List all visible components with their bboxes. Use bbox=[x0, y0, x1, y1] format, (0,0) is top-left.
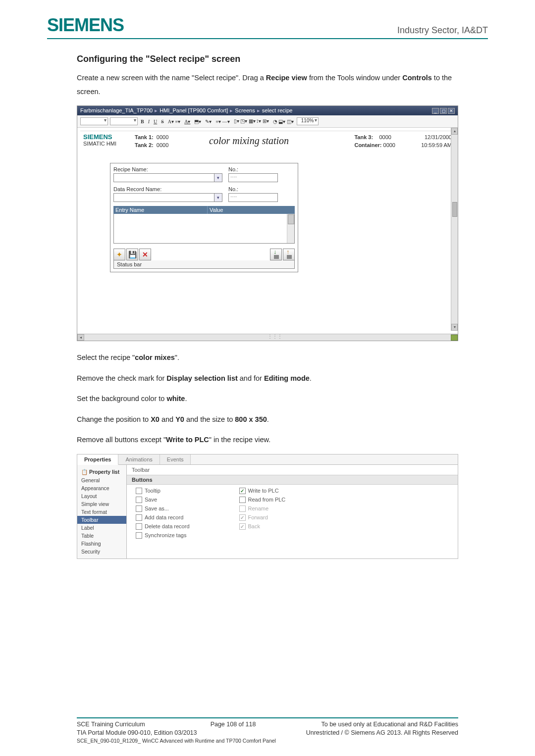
checkbox-icon[interactable] bbox=[136, 523, 142, 530]
breadcrumb-item[interactable]: select recipe bbox=[262, 107, 293, 113]
nav-item-text-format[interactable]: Text format bbox=[77, 508, 126, 516]
recipe-no-label: No.: bbox=[228, 166, 278, 172]
date-value: 12/31/2000 bbox=[421, 133, 452, 141]
checkbox-label: Rename bbox=[248, 505, 269, 511]
instruction-line-3: Set the background color to white. bbox=[77, 392, 458, 406]
footer-left-2: TIA Portal Module 090-010, Edition 03/20… bbox=[77, 729, 197, 736]
entry-name-column: Entry Name bbox=[113, 206, 208, 214]
checkbox-icon bbox=[239, 505, 246, 512]
new-record-icon[interactable]: ✦ bbox=[113, 249, 125, 260]
tab-events[interactable]: Events bbox=[160, 454, 191, 464]
group-buttons-title: Buttons bbox=[127, 475, 458, 485]
line-color-icon[interactable]: ✎▾ bbox=[204, 119, 213, 124]
recipe-toolbar: ✦ 💾 ✕ bbox=[113, 249, 295, 260]
checkbox-row-back: ✓Back bbox=[239, 523, 286, 530]
checkbox-row-write-to-plc[interactable]: ✓Write to PLC bbox=[239, 488, 286, 494]
nav-item-general[interactable]: General bbox=[77, 476, 126, 484]
write-to-plc-icon[interactable] bbox=[270, 249, 282, 260]
zoom-dropdown[interactable]: 110% bbox=[297, 117, 319, 125]
recipe-name-combo[interactable]: ▾ bbox=[113, 173, 222, 182]
align-group-icon[interactable]: ≡▾ —▾ bbox=[214, 119, 230, 124]
checkbox-icon[interactable] bbox=[239, 497, 246, 503]
resize-grip-icon[interactable] bbox=[451, 335, 458, 341]
data-record-combo[interactable]: ▾ bbox=[113, 193, 222, 202]
nav-item-label[interactable]: Label bbox=[77, 524, 126, 532]
tab-animations[interactable]: Animations bbox=[118, 454, 160, 464]
recipe-view-control[interactable]: Recipe Name: ▾ No.: ---- Data Record Nam… bbox=[110, 163, 298, 272]
delete-icon[interactable]: ✕ bbox=[139, 249, 151, 260]
instruction-line-1: Select the recipe "color mixes". bbox=[77, 351, 458, 365]
chevron-down-icon[interactable]: ▾ bbox=[214, 194, 222, 202]
strike-button[interactable]: S bbox=[160, 119, 165, 124]
arrange-group-icon[interactable]: ▯▾ ◳▾ ▦▾ ⟟▾ ⊞▾ bbox=[233, 118, 270, 124]
intro-paragraph: Create a new screen with the name "Selec… bbox=[77, 71, 458, 99]
scroll-down-icon[interactable]: ▾ bbox=[451, 324, 458, 331]
siemens-logo: SIEMENS bbox=[47, 15, 124, 36]
window-controls: _ ◻ ✕ bbox=[432, 108, 455, 114]
chevron-down-icon[interactable]: ▾ bbox=[214, 174, 222, 182]
checkbox-row-forward: ✓Forward bbox=[239, 514, 286, 521]
nav-item-appearance[interactable]: Appearance bbox=[77, 484, 126, 492]
misc-tools-icon[interactable]: ◔ ⬓▾ ◫▾ bbox=[272, 119, 295, 124]
canvas-vertical-scrollbar[interactable]: ▴ ▾ bbox=[451, 128, 458, 331]
checkbox-icon[interactable] bbox=[136, 532, 142, 539]
data-record-no-input[interactable]: ---- bbox=[228, 193, 278, 202]
read-from-plc-icon[interactable] bbox=[283, 249, 295, 260]
size-dropdown[interactable] bbox=[110, 117, 138, 125]
checkbox-icon[interactable] bbox=[136, 514, 142, 521]
instruction-line-4: Change the position to X0 and Y0 and the… bbox=[77, 413, 458, 427]
minimize-icon[interactable]: _ bbox=[432, 108, 439, 114]
checkbox-row-read-from-plc[interactable]: Read from PLC bbox=[239, 497, 286, 503]
canvas-horizontal-scrollbar[interactable]: ◂ ⋮⋮⋮ ▸ bbox=[77, 334, 458, 341]
checkbox-icon: ✓ bbox=[239, 514, 246, 521]
tab-properties[interactable]: Properties bbox=[77, 454, 118, 465]
footer-right-2: Unrestricted / © Siemens AG 2013. All Ri… bbox=[306, 729, 458, 736]
recipe-no-input[interactable]: ---- bbox=[228, 173, 278, 182]
canvas-title: color mixing station bbox=[209, 135, 289, 147]
vertical-scrollbar[interactable] bbox=[287, 214, 294, 243]
checkbox-row-rename: Rename bbox=[239, 505, 286, 512]
maximize-icon[interactable]: ◻ bbox=[440, 108, 447, 114]
breadcrumb-item[interactable]: Farbmischanlage_TIA_TP700 bbox=[80, 107, 153, 113]
checkbox-icon[interactable] bbox=[136, 505, 142, 512]
checkbox-icon[interactable] bbox=[136, 497, 142, 503]
screen-canvas[interactable]: SIEMENS SIMATIC HMI Tank 1: 0000 Tank 2:… bbox=[80, 131, 455, 338]
tank1-value: 0000 bbox=[157, 134, 168, 140]
nav-item-security[interactable]: Security bbox=[77, 548, 126, 555]
nav-item-toolbar[interactable]: Toolbar bbox=[77, 516, 126, 524]
checkbox-icon[interactable] bbox=[136, 488, 142, 494]
recipe-name-label: Recipe Name: bbox=[113, 166, 222, 172]
checkbox-row-add-data-record[interactable]: Add data record bbox=[136, 514, 190, 521]
close-icon[interactable]: ✕ bbox=[448, 108, 455, 114]
value-column: Value bbox=[208, 206, 295, 214]
fill-color-icon[interactable]: ⬒▾ bbox=[193, 119, 202, 124]
checkbox-row-save[interactable]: Save bbox=[136, 497, 190, 503]
underline-button[interactable]: U bbox=[153, 119, 158, 124]
checkbox-row-synchronize-tags[interactable]: Synchronize tags bbox=[136, 532, 190, 539]
checkbox-icon[interactable]: ✓ bbox=[239, 488, 246, 494]
entry-table-body[interactable] bbox=[113, 214, 295, 244]
checkbox-row-save-as-[interactable]: Save as... bbox=[136, 505, 190, 512]
nav-item-layout[interactable]: Layout bbox=[77, 492, 126, 500]
font-color-icon[interactable]: A▾ bbox=[183, 119, 191, 124]
scroll-up-icon[interactable]: ▴ bbox=[451, 128, 458, 135]
properties-tabs: PropertiesAnimationsEvents bbox=[77, 454, 458, 465]
time-value: 10:59:59 AM bbox=[421, 141, 452, 149]
italic-button[interactable]: I bbox=[147, 119, 151, 124]
footer-page-number: Page 108 of 118 bbox=[211, 721, 256, 728]
nav-item-flashing[interactable]: Flashing bbox=[77, 540, 126, 548]
checkbox-label: Synchronize tags bbox=[145, 532, 186, 538]
bold-button[interactable]: B bbox=[140, 119, 145, 124]
checkbox-icon: ✓ bbox=[239, 523, 246, 530]
font-dropdown[interactable] bbox=[80, 117, 108, 125]
nav-item-simple-view[interactable]: Simple view bbox=[77, 500, 126, 508]
text-tools-icon[interactable]: A▾ ≡▾ bbox=[167, 119, 181, 124]
nav-item-table[interactable]: Table bbox=[77, 532, 126, 540]
scroll-left-icon[interactable]: ◂ bbox=[77, 334, 84, 341]
breadcrumb-item[interactable]: Screens bbox=[235, 107, 255, 113]
breadcrumb-item[interactable]: HMI_Panel [TP900 Comfort] bbox=[160, 107, 228, 113]
save-icon[interactable]: 💾 bbox=[126, 249, 138, 260]
checkbox-label: Tooltip bbox=[145, 488, 160, 494]
checkbox-row-delete-data-record[interactable]: Delete data record bbox=[136, 523, 190, 530]
checkbox-row-tooltip[interactable]: Tooltip bbox=[136, 488, 190, 494]
